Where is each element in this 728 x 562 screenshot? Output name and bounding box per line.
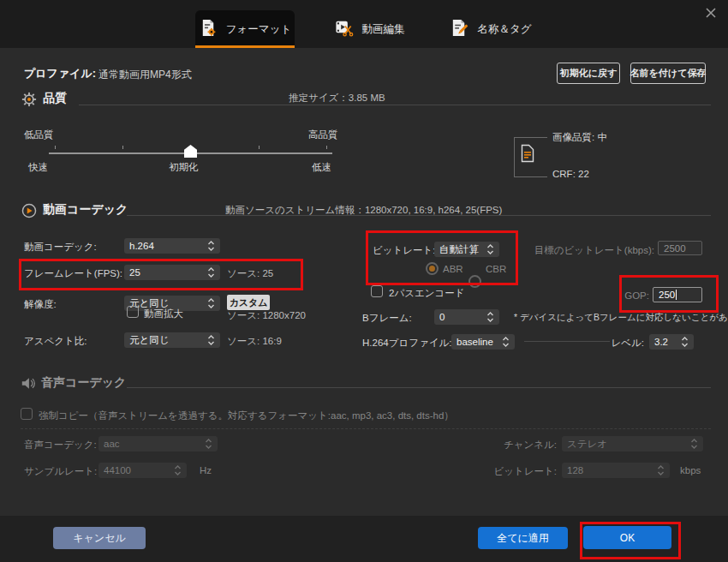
two-pass-label: 2パスエンコード	[389, 287, 465, 300]
audio-dashed-divider	[21, 428, 711, 429]
reset-defaults-button[interactable]: 初期化に戻す	[557, 63, 620, 84]
close-icon[interactable]	[704, 6, 718, 20]
target-bitrate-value: 2500	[664, 243, 686, 254]
gop-input[interactable]: 250	[653, 287, 702, 302]
upscale-checkbox[interactable]	[127, 306, 139, 318]
bframe-select[interactable]: 0	[434, 309, 499, 325]
bframe-label: Bフレーム:	[362, 312, 412, 325]
tab-format-label: フォーマット	[226, 22, 291, 37]
framerate-label: フレームレート(FPS):	[24, 267, 122, 280]
custom-resolution-button[interactable]: カスタム	[227, 295, 270, 310]
tab-video-edit-label: 動画編集	[362, 22, 405, 37]
name-tag-tab-icon	[450, 18, 469, 40]
speaker-icon	[21, 376, 36, 394]
h264-profile-select[interactable]: baseline	[451, 334, 515, 350]
stepper-icon	[205, 438, 212, 450]
stepper-icon	[486, 243, 494, 255]
crf-value: CRF: 22	[552, 169, 589, 179]
cbr-label: CBR	[486, 264, 506, 274]
stepper-icon	[207, 334, 215, 346]
stepper-icon	[207, 266, 215, 278]
abr-label: ABR	[443, 264, 463, 274]
stepper-icon	[502, 336, 510, 348]
footer-bar: キャンセル 全てに適用 OK	[0, 516, 728, 562]
tab-video-edit[interactable]: 動画編集	[319, 10, 420, 48]
channel-value: ステレオ	[567, 438, 687, 451]
bframe-value: 0	[439, 312, 483, 322]
slider-label-default: 初期化	[169, 161, 199, 174]
force-copy-checkbox[interactable]	[21, 408, 33, 420]
framerate-source: ソース: 25	[227, 267, 273, 280]
tab-name-tag[interactable]: 名称＆タグ	[439, 10, 543, 48]
stepper-icon	[681, 336, 689, 348]
profile-value: 通常動画用MP4形式	[98, 68, 192, 82]
video-divider	[127, 215, 711, 216]
resolution-source: ソース: 1280x720	[227, 309, 306, 322]
conversion-settings-dialog: フォーマット 動画編集	[0, 0, 728, 562]
aspect-value: 元と同じ	[129, 334, 204, 347]
video-section-title: 動画コーデック	[43, 202, 128, 218]
audio-divider	[127, 387, 711, 388]
ok-button[interactable]: OK	[583, 526, 671, 549]
video-codec-label: 動画コーデック:	[24, 241, 97, 254]
video-codec-select[interactable]: h.264	[124, 238, 220, 254]
stepper-icon	[690, 438, 698, 450]
cancel-button[interactable]: キャンセル	[53, 527, 146, 549]
resolution-label: 解像度:	[24, 298, 57, 311]
level-select[interactable]: 3.2	[649, 334, 694, 350]
tab-bar: フォーマット 動画編集	[0, 0, 728, 48]
upscale-label: 動画拡大	[144, 308, 183, 320]
stepper-icon	[657, 464, 665, 476]
gear-icon	[21, 92, 37, 111]
audio-bitrate-select: 128	[562, 463, 670, 478]
level-label: レベル:	[595, 337, 644, 350]
bitrate-select[interactable]: 自動計算	[434, 242, 499, 257]
target-bitrate-label: 目標のビットレート(kbps):	[524, 244, 654, 257]
stepper-icon	[207, 297, 215, 309]
sample-rate-label: サンプルレート:	[24, 465, 97, 478]
audio-codec-value: aac	[104, 439, 201, 449]
framerate-select[interactable]: 25	[124, 265, 220, 280]
stepper-icon	[486, 311, 494, 323]
two-pass-checkbox[interactable]	[371, 285, 383, 297]
stepper-icon	[207, 240, 215, 252]
estimated-size: 推定サイズ：3.85 MB	[289, 92, 385, 105]
gop-label: GOP:	[604, 290, 649, 301]
file-icon	[519, 144, 536, 166]
audio-bitrate-label: ビットレート:	[467, 465, 557, 478]
profile-label: プロファイル:	[24, 66, 96, 81]
audio-codec-select: aac	[98, 436, 218, 451]
framerate-value: 25	[129, 267, 204, 278]
audio-section-title: 音声コーデック	[41, 375, 126, 391]
tab-name-tag-label: 名称＆タグ	[477, 22, 531, 37]
save-as-button[interactable]: 名前を付けて保存	[630, 63, 706, 84]
target-bitrate-input: 2500	[658, 241, 702, 255]
video-codec-value: h.264	[129, 241, 204, 251]
quality-section-title: 品質	[43, 91, 67, 106]
sample-rate-value: 44100	[104, 465, 170, 475]
bitrate-label: ビットレート:	[373, 244, 436, 257]
apply-all-button[interactable]: 全てに適用	[478, 527, 568, 549]
h264-profile-value: baseline	[456, 337, 498, 347]
aspect-label: アスペクト比:	[24, 335, 87, 348]
h264-profile-label: H.264プロファイル:	[362, 337, 452, 350]
bframe-note: * デバイスによってBフレームに対応しないことがあります	[514, 312, 728, 324]
gop-value: 250	[659, 290, 675, 300]
video-edit-tab-icon	[334, 18, 355, 40]
cbr-radio	[468, 275, 481, 288]
sample-rate-select: 44100	[98, 463, 187, 478]
text-caret	[676, 290, 677, 300]
stepper-icon	[174, 464, 182, 476]
aspect-select[interactable]: 元と同じ	[124, 332, 220, 348]
quality-divider	[79, 105, 711, 105]
level-value: 3.2	[654, 337, 677, 347]
channel-select: ステレオ	[562, 436, 703, 451]
image-quality-value: 画像品質: 中	[552, 131, 607, 144]
force-copy-label: 強制コピー（音声ストリームを透過する。対応するフォーマット:aac, mp3, …	[39, 410, 454, 422]
tab-format[interactable]: フォーマット	[195, 10, 295, 48]
sample-rate-unit: Hz	[200, 465, 212, 475]
play-circle-icon	[21, 203, 37, 222]
slider-label-fast: 快速	[28, 161, 48, 174]
slider-label-low-quality: 低品質	[24, 129, 54, 141]
bitrate-value: 自動計算	[439, 243, 483, 256]
